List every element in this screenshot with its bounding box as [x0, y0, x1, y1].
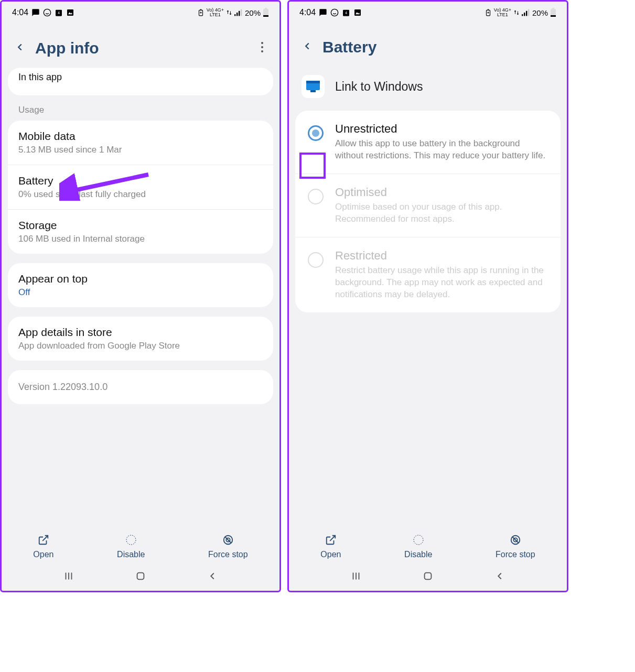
in-this-app-text: In this app — [18, 72, 62, 82]
svg-rect-24 — [137, 573, 144, 580]
action-label: Disable — [404, 550, 432, 559]
recents-nav-icon[interactable] — [350, 570, 362, 584]
app-name: Link to Windows — [335, 80, 423, 94]
radio-unselected-icon — [308, 189, 324, 204]
data-arrows-icon — [226, 9, 232, 16]
svg-rect-36 — [528, 9, 529, 16]
battery-icon — [263, 8, 269, 17]
item-title: Mobile data — [18, 130, 263, 143]
force-stop-icon — [222, 533, 234, 547]
app-icon — [302, 75, 325, 98]
svg-rect-51 — [425, 573, 432, 580]
page-title: Battery — [322, 38, 554, 56]
optimised-option[interactable]: Optimised Optimise based on your usage o… — [295, 174, 561, 237]
volte-indicator: Vo) 4G+LTE1 — [494, 8, 511, 17]
calendar-icon: 4 — [342, 8, 350, 17]
restricted-option[interactable]: Restricted Restrict battery usage while … — [295, 237, 561, 312]
item-sub: 106 MB used in Internal storage — [18, 234, 263, 244]
left-screenshot: 4:04 4 Vo) 4G+LTE1 — [0, 0, 281, 592]
battery-item[interactable]: Battery 0% used since last fully charged — [8, 165, 273, 210]
storage-item[interactable]: Storage 106 MB used in Internal storage — [8, 210, 273, 254]
page-title: App info — [35, 39, 248, 57]
force-stop-button[interactable]: Force stop — [208, 533, 248, 559]
disable-icon — [412, 533, 425, 547]
truncated-card[interactable]: In this app — [8, 68, 273, 95]
chat-icon — [319, 8, 327, 17]
open-button[interactable]: Open — [320, 533, 341, 559]
item-title: Battery — [18, 175, 263, 187]
header: Battery — [289, 24, 567, 66]
image-icon — [353, 8, 362, 17]
image-icon — [66, 8, 74, 17]
battery-percentage: 20% — [532, 8, 548, 17]
back-icon[interactable] — [14, 41, 26, 55]
disable-icon — [125, 533, 137, 547]
open-icon — [38, 533, 49, 547]
bottom-actions: Open Disable Force stop — [2, 526, 279, 563]
svg-point-0 — [44, 9, 50, 16]
status-time: 4:04 — [299, 8, 316, 17]
item-title: Storage — [18, 219, 263, 232]
item-value: Off — [18, 287, 263, 298]
action-label: Open — [33, 550, 53, 559]
svg-rect-39 — [551, 15, 556, 17]
svg-rect-42 — [310, 90, 316, 92]
disable-button[interactable]: Disable — [404, 533, 432, 559]
status-bar: 4:04 4 Vo) 4G+LTE1 20% — [289, 2, 567, 24]
battery-options-card: Unrestricted Allow this app to use batte… — [295, 111, 561, 312]
svg-rect-41 — [306, 81, 320, 83]
back-nav-icon[interactable] — [494, 570, 505, 584]
svg-point-14 — [261, 46, 263, 48]
disable-button[interactable]: Disable — [117, 533, 145, 559]
data-arrows-icon — [513, 9, 520, 16]
battery-percentage: 20% — [245, 8, 261, 17]
action-label: Open — [320, 550, 341, 559]
nav-bar — [2, 563, 279, 591]
svg-line-43 — [330, 536, 335, 541]
back-nav-icon[interactable] — [207, 570, 218, 584]
svg-point-44 — [414, 535, 423, 545]
battery-saver-icon — [197, 9, 205, 16]
back-icon[interactable] — [302, 40, 313, 54]
svg-rect-38 — [552, 8, 554, 9]
signal-icon — [234, 9, 243, 16]
app-details-card[interactable]: App details in store App downloaded from… — [8, 317, 273, 361]
option-title: Optimised — [335, 186, 548, 199]
usage-card: Mobile data 5.13 MB used since 1 Mar Bat… — [8, 121, 273, 254]
mobile-data-item[interactable]: Mobile data 5.13 MB used since 1 Mar — [8, 121, 273, 165]
unrestricted-option[interactable]: Unrestricted Allow this app to use batte… — [295, 111, 561, 174]
svg-rect-12 — [263, 15, 268, 17]
svg-point-15 — [261, 50, 263, 52]
svg-rect-8 — [239, 11, 240, 16]
option-desc: Restrict battery usage while this app is… — [335, 265, 548, 301]
app-header-row: Link to Windows — [289, 66, 567, 111]
radio-selected-icon — [308, 125, 324, 141]
home-nav-icon[interactable] — [422, 570, 434, 584]
svg-rect-33 — [522, 14, 523, 16]
bottom-actions: Open Disable Force stop — [289, 526, 567, 563]
overflow-menu-icon[interactable] — [257, 38, 267, 58]
svg-text:4: 4 — [345, 11, 347, 15]
chat-icon — [31, 8, 40, 17]
calendar-icon: 4 — [55, 8, 63, 17]
svg-line-16 — [42, 536, 48, 541]
appear-on-top-card[interactable]: Appear on top Off — [8, 263, 273, 307]
recents-nav-icon[interactable] — [63, 570, 74, 584]
option-title: Restricted — [335, 249, 548, 263]
item-title: App details in store — [18, 326, 263, 339]
svg-rect-30 — [354, 9, 361, 16]
svg-point-17 — [126, 535, 136, 545]
battery-saver-icon — [485, 9, 492, 16]
open-button[interactable]: Open — [33, 533, 53, 559]
option-desc: Optimise based on your usage of this app… — [335, 201, 548, 225]
action-label: Force stop — [208, 550, 248, 559]
home-nav-icon[interactable] — [135, 570, 146, 584]
action-label: Disable — [117, 550, 145, 559]
status-bar: 4:04 4 Vo) 4G+LTE1 — [2, 2, 279, 24]
force-stop-button[interactable]: Force stop — [496, 533, 535, 559]
open-icon — [325, 533, 337, 547]
svg-rect-6 — [234, 14, 235, 16]
svg-point-13 — [261, 42, 263, 44]
svg-rect-3 — [67, 9, 73, 16]
usage-section-label: Usage — [8, 105, 273, 121]
